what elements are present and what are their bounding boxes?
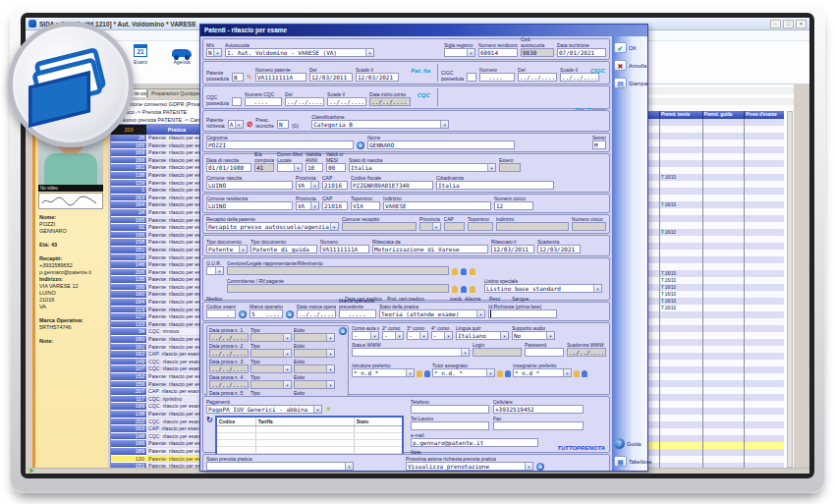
pratica-row[interactable]: 148 CQC: rilascio per esame (111, 433, 207, 441)
tabellone-row[interactable] (646, 146, 784, 153)
esito-prova-select[interactable] (294, 333, 335, 342)
pratica-row[interactable]: 117 CQC: ripristino (111, 396, 207, 404)
person-add-icon[interactable] (574, 370, 580, 377)
pratica-row[interactable]: 165 Patente: rilascio per esame (111, 142, 207, 150)
pratica-row[interactable]: 160 Patente: rilascio per esame (111, 291, 207, 299)
tabellone-row[interactable] (646, 325, 784, 332)
person-select-icon[interactable] (424, 370, 430, 377)
tabellone-row[interactable]: T16/10 (646, 229, 784, 236)
pratica-row[interactable]: 202 CQC: rilascio per esame (111, 419, 207, 426)
tabellone-row[interactable]: T16/10 (646, 201, 784, 208)
rilasciata-da-field[interactable]: Motorizzazione di Varese (372, 245, 488, 253)
azione-prenota-select[interactable]: Visualizza prenotazione (406, 462, 533, 471)
tabellone-row[interactable] (646, 250, 784, 256)
insegnante-select[interactable]: * n.d * (513, 368, 572, 377)
email-field[interactable]: p.gennaro@patente.it (411, 438, 538, 447)
tabellone-row[interactable] (646, 421, 784, 428)
ms-select[interactable]: N (206, 48, 222, 57)
provincia-residenza-select[interactable]: VA (296, 201, 319, 210)
tutor-select[interactable]: * n.d. * (432, 368, 495, 377)
numero-patente-field[interactable]: VA1111111A (255, 73, 306, 82)
tabellone-row[interactable] (646, 119, 784, 126)
tabellone-row[interactable] (646, 435, 784, 442)
tabellone-row[interactable] (646, 208, 784, 215)
pratica-row[interactable]: 107 CQC: rilascio per esame (111, 365, 207, 373)
tipo-prova-select[interactable] (250, 380, 292, 389)
tipo-documento-field[interactable]: Patente di guida (250, 245, 317, 253)
gur-select[interactable] (206, 266, 224, 275)
person-add-icon[interactable] (497, 370, 503, 377)
toolbar-agenda-button[interactable]: Agenda (167, 44, 196, 65)
sesso-field[interactable]: M (592, 140, 606, 149)
tabellone-row[interactable] (646, 408, 784, 415)
corso4-select[interactable]: - (431, 331, 453, 340)
pratica-row[interactable]: 207 CAP: rilascio per esame (111, 388, 207, 396)
patente-del-field[interactable]: 12/03/2011 (309, 73, 353, 82)
lookup-icon[interactable]: ⊕ (286, 310, 294, 318)
status-www-select[interactable] (352, 348, 470, 357)
tabellone-row[interactable] (646, 181, 784, 188)
fax-field[interactable] (493, 421, 584, 430)
person-clear-icon[interactable] (470, 268, 475, 275)
ok-button[interactable]: ✔OK (614, 42, 646, 53)
pratica-row[interactable]: 127 Patente: rilascio per esame (111, 313, 207, 321)
id-richiesta-field[interactable] (488, 309, 557, 318)
stampa-button[interactable]: ▤Stampa (614, 78, 646, 88)
tabellone-row[interactable] (646, 311, 784, 318)
pratica-row[interactable]: 162 CAP: rilascio per esame (111, 351, 207, 359)
tipo-prova-select[interactable] (250, 364, 292, 373)
pratica-row[interactable]: 166 Patente: rilascio per esame (111, 284, 207, 292)
cap-nascita-field[interactable]: 21016 (322, 181, 348, 190)
pratica-row[interactable]: 123 Patente: rilascio per esame (111, 307, 207, 314)
pratica-row[interactable]: 166 Patente: rilascio per esame (111, 232, 207, 240)
rilasciato-il-field[interactable]: 12/03/2011 (491, 245, 534, 253)
corso-aula-select[interactable]: - (352, 331, 379, 340)
person-clear-icon[interactable] (470, 286, 475, 293)
nome-field[interactable]: GENNARO (367, 140, 515, 149)
pratica-row[interactable]: 206 Patente: rilascio per esame (111, 269, 207, 277)
recapito-select[interactable]: Recapito presso autoscuola/agenzia (206, 222, 339, 231)
pratica-row[interactable]: 164 Patente: rilascio per esame (111, 201, 207, 209)
pagamenti-select[interactable]: PagoPA IUV Generici - abbina (206, 405, 322, 414)
pratica-row[interactable]: 165 Patente: rilascio per esame (111, 217, 207, 225)
sigla-registro-select[interactable] (444, 48, 475, 57)
cognome-field[interactable]: POZZI (206, 140, 354, 149)
tabellone-row[interactable] (646, 153, 784, 160)
pratica-column-header[interactable]: Pratica (146, 125, 207, 135)
globe-icon[interactable]: ⊕ (357, 141, 364, 149)
pratica-row[interactable]: 138 Patente: rilascio per esame (111, 172, 207, 180)
tabellone-row[interactable] (646, 442, 784, 449)
tabellone-row[interactable] (646, 380, 784, 387)
pratica-row[interactable]: 133 Patente: rilascio per esame (111, 321, 207, 329)
tabellone-row[interactable] (646, 428, 784, 435)
pratica-row[interactable]: 130 Patente: rilascio per esame (111, 456, 207, 464)
tabellone-row[interactable] (646, 394, 784, 401)
tabellone-row[interactable] (646, 339, 784, 346)
data-marca-field[interactable]: ../../.... (297, 309, 336, 318)
person-add-icon[interactable] (452, 286, 458, 293)
pratica-row[interactable]: 160 Patente: rilascio per esame (111, 336, 207, 344)
pratica-row[interactable]: 161 Patente: rilascio per esame (111, 344, 207, 352)
person-add-icon[interactable] (417, 370, 422, 377)
pratica-row[interactable]: 158 Patente: rilascio per esame (111, 239, 207, 247)
tabellone-row[interactable] (646, 373, 784, 380)
tabellone-row[interactable] (646, 360, 784, 366)
cellulare-field[interactable]: +3932519452 (493, 405, 584, 414)
tabellone-row[interactable] (646, 346, 784, 353)
pratica-row[interactable]: 31 Patente: rilascio per esame (111, 224, 207, 232)
globe-icon[interactable]: ⊕ (536, 463, 544, 471)
istruttore-select[interactable]: * n.d * (352, 368, 415, 377)
cqc-numero-field[interactable]: _ .... (245, 97, 282, 106)
supporto-audio-select[interactable]: No (512, 331, 555, 340)
tabellone-button[interactable]: ▦Tabellone (614, 456, 646, 467)
pratica-row[interactable]: 189 Patente: rilascio per esame (111, 448, 207, 456)
tabellone-row[interactable] (646, 401, 784, 408)
esito-prova-select[interactable] (294, 380, 335, 389)
tabellone-row[interactable]: T16/10 (646, 284, 784, 291)
pratica-row[interactable]: 161 Patente: rilascio per esame (111, 164, 207, 172)
tel-lavoro-field[interactable] (411, 421, 489, 430)
tabellone-row[interactable] (646, 222, 784, 229)
codice-esami-field[interactable]: _ __ . _ (206, 309, 236, 318)
tabellone-row[interactable] (646, 243, 784, 250)
annulla-button[interactable]: ✖Annulla (614, 60, 646, 71)
